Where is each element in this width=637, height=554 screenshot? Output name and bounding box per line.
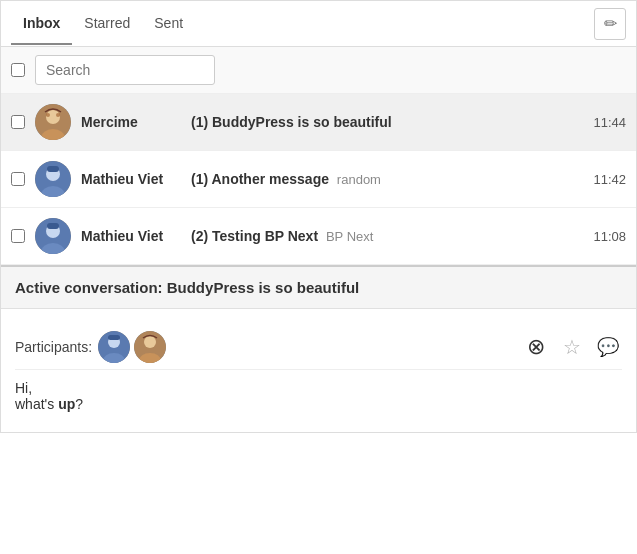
message-sender: Mercime <box>81 114 191 130</box>
message-bold-text: up <box>58 396 75 412</box>
subject-text: (2) Testing BP Next <box>191 228 318 244</box>
message-line-1: Hi, <box>15 380 622 396</box>
avatar <box>35 104 71 140</box>
mail-container: Inbox Starred Sent ✏ Merc <box>0 0 637 433</box>
compose-button[interactable]: ✏ <box>594 8 626 40</box>
message-list: Mercime (1) BuddyPress is so beautiful 1… <box>1 94 636 267</box>
subject-tag: BP Next <box>326 229 373 244</box>
compose-icon: ✏ <box>604 14 617 33</box>
message-subject: (1) Another message random <box>191 171 583 187</box>
tab-starred[interactable]: Starred <box>72 3 142 45</box>
select-all-checkbox[interactable] <box>11 63 25 77</box>
tab-sent[interactable]: Sent <box>142 3 195 45</box>
message-time: 11:42 <box>593 172 626 187</box>
tabs-header: Inbox Starred Sent ✏ <box>1 1 636 47</box>
conversation-panel: Active conversation: BuddyPress is so be… <box>1 267 636 432</box>
svg-rect-12 <box>47 223 59 229</box>
conversation-actions: ⊗ ☆ 💬 <box>522 333 622 361</box>
message-checkbox[interactable] <box>11 115 25 129</box>
svg-rect-8 <box>47 166 59 172</box>
message-checkbox[interactable] <box>11 172 25 186</box>
avatar <box>35 218 71 254</box>
subject-text: (1) Another message <box>191 171 329 187</box>
svg-point-3 <box>46 113 50 117</box>
table-row[interactable]: Mathieu Viet (1) Another message random … <box>1 151 636 208</box>
svg-point-4 <box>56 113 60 117</box>
svg-rect-16 <box>108 335 120 340</box>
message-subject: (2) Testing BP Next BP Next <box>191 228 583 244</box>
reply-conversation-button[interactable]: 💬 <box>594 333 622 361</box>
message-sender: Mathieu Viet <box>81 171 191 187</box>
participants-row: Participants: <box>15 319 622 370</box>
star-icon: ☆ <box>563 335 581 359</box>
search-input[interactable] <box>35 55 215 85</box>
participants-label: Participants: <box>15 339 92 355</box>
tab-inbox[interactable]: Inbox <box>11 3 72 45</box>
conversation-body: Hi, what's up? <box>1 370 636 432</box>
message-sender: Mathieu Viet <box>81 228 191 244</box>
participant-avatar-1 <box>98 331 130 363</box>
message-subject: (1) BuddyPress is so beautiful <box>191 114 583 130</box>
close-conversation-button[interactable]: ⊗ <box>522 333 550 361</box>
svg-point-1 <box>46 110 60 124</box>
participants-avatars <box>98 331 522 363</box>
message-text-before: what's <box>15 396 58 412</box>
subject-tag: random <box>337 172 381 187</box>
close-icon: ⊗ <box>527 334 545 360</box>
table-row[interactable]: Mathieu Viet (2) Testing BP Next BP Next… <box>1 208 636 265</box>
subject-text: (1) BuddyPress is so beautiful <box>191 114 392 130</box>
active-conversation-header: Active conversation: BuddyPress is so be… <box>1 267 636 309</box>
message-checkbox[interactable] <box>11 229 25 243</box>
reply-icon: 💬 <box>597 336 619 358</box>
table-row[interactable]: Mercime (1) BuddyPress is so beautiful 1… <box>1 94 636 151</box>
message-text-after: ? <box>75 396 83 412</box>
active-conversation-title: Active conversation: BuddyPress is so be… <box>15 279 359 296</box>
participants-section: Participants: <box>1 309 636 370</box>
star-conversation-button[interactable]: ☆ <box>558 333 586 361</box>
svg-point-18 <box>144 336 156 348</box>
message-line-2: what's up? <box>15 396 622 412</box>
avatar <box>35 161 71 197</box>
participant-avatar-2 <box>134 331 166 363</box>
message-time: 11:08 <box>593 229 626 244</box>
search-row <box>1 47 636 94</box>
message-time: 11:44 <box>593 115 626 130</box>
